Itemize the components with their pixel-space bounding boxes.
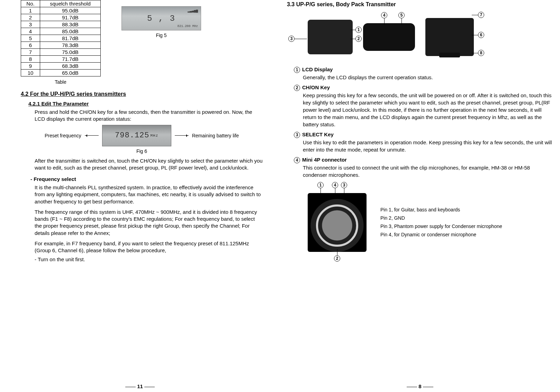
squelch-table-block: No. squelch threshold 195.0dB 291.7dB 38… <box>21 0 101 85</box>
table-row: 871.7dB <box>21 56 101 63</box>
page-number: 8 <box>280 383 560 389</box>
squelch-table: No. squelch threshold 195.0dB 291.7dB 38… <box>21 0 101 76</box>
item-num-4: 4 <box>294 157 300 163</box>
table-row: 485.0dB <box>21 28 101 35</box>
conn-label-1: 1 <box>317 182 324 188</box>
pin-3: Pin 3, Phantom power supply for Condense… <box>380 222 502 231</box>
fig6-mhz: MHz <box>151 134 159 138</box>
device-front-img <box>308 20 353 54</box>
fig6-block: Preset frequency 798.125 MHz Remaining b… <box>21 125 263 146</box>
conn-label-4: 4 <box>332 182 338 188</box>
conn-label-3: 3 <box>341 182 347 188</box>
item-title-3: SELECT Key <box>302 131 334 138</box>
fig5-lcd: 5 , 3 ▂▃▄▅▆ 821.200 MHz <box>121 6 201 30</box>
connector-image <box>308 193 367 252</box>
fig5-bars: ▂▃▄▅▆ <box>188 9 198 13</box>
table-row: 581.7dB <box>21 35 101 42</box>
item-select-key: 3 SELECT Key <box>294 131 553 138</box>
freq-select-head: - Frequency select <box>30 176 263 182</box>
item-body-2: Keep pressing this key for a few seconds… <box>303 92 553 128</box>
device-top-img <box>363 23 415 51</box>
fig6-display: 798.125 <box>115 131 149 140</box>
callout-1: 1 <box>355 27 362 33</box>
item-num-3: 3 <box>294 132 300 138</box>
device-figures: 1 2 3 4 5 7 6 8 <box>308 18 553 56</box>
callout-7: 7 <box>478 12 484 18</box>
para-freq-4: - Turn on the unit first. <box>35 256 263 263</box>
para-freq-3: For example, in F7 frequency band, if yo… <box>35 240 263 254</box>
table-row: 388.3dB <box>21 21 101 28</box>
fig6-lcd: 798.125 MHz <box>102 125 171 146</box>
page-11: No. squelch threshold 195.0dB 291.7dB 38… <box>0 0 280 392</box>
table-header-squelch: squelch threshold <box>40 0 101 7</box>
section-4-2: 4.2 For the UP-H/P/G series transmitters <box>21 91 263 97</box>
item-title-1: LCD Display <box>302 66 333 73</box>
fig6-right-label: Remaining battery life <box>192 133 239 138</box>
section-3-3: 3.3 UP-P/G series, Body Pack Transmitter <box>287 1 553 8</box>
item-num-1: 1 <box>294 67 300 73</box>
callout-6: 6 <box>478 32 484 38</box>
connector-pins: Pin 1, for Guitar, bass and keyboards Pi… <box>380 206 502 239</box>
item-lcd-display: 1 LCD Display <box>294 66 553 73</box>
page-number: 11 <box>0 383 280 389</box>
connector-block: Pin 1, for Guitar, bass and keyboards Pi… <box>308 193 553 252</box>
para-freq-1: It is the multi-channels PLL synthesized… <box>35 184 263 205</box>
table-row: 775.0dB <box>21 49 101 56</box>
table-row: 678.3dB <box>21 42 101 49</box>
item-body-1: Generally, the LCD displays the current … <box>303 74 553 81</box>
device-back-img <box>425 18 474 56</box>
item-title-4: Mini 4P connector <box>302 157 347 163</box>
fig5-freq: 821.200 MHz <box>178 25 198 28</box>
table-row: 968.3dB <box>21 63 101 70</box>
fig5-block: 5 , 3 ▂▃▄▅▆ 821.200 MHz Fig 5 <box>121 6 201 38</box>
callout-2: 2 <box>355 36 362 42</box>
para-freq-2: The frequency range of this system is UH… <box>35 209 263 237</box>
device-back: 7 6 8 <box>425 18 474 56</box>
pin-4: Pin 4, for Dynamic or condenser micropho… <box>380 231 502 239</box>
item-body-3: Use this key to edit the parameters in o… <box>303 139 553 153</box>
table-caption: Table <box>21 79 100 85</box>
item-num-2: 2 <box>294 85 300 91</box>
arrow-right-icon <box>175 135 189 136</box>
connector-bottom-label: 2 <box>308 252 553 262</box>
device-top: 4 5 <box>363 23 415 51</box>
fig6-caption: Fig 6 <box>21 148 263 154</box>
callout-3: 3 <box>288 36 295 42</box>
table-row: 1065.0dB <box>21 70 101 76</box>
table-header-no: No. <box>21 0 40 7</box>
section-4-2-1: 4.2.1 Edit The Parameter <box>28 101 263 107</box>
page-8: 3.3 UP-P/G series, Body Pack Transmitter… <box>280 0 560 392</box>
table-row: 195.0dB <box>21 7 101 14</box>
arrow-left-icon <box>85 135 99 136</box>
fig5-display: 5 , 3 <box>147 14 175 23</box>
item-body-4: This connector is used to connect the un… <box>303 164 553 179</box>
item-ch-on-key: 2 CH/ON Key <box>294 84 553 91</box>
pin-2: Pin 2, GND <box>380 214 502 222</box>
device-front: 1 2 3 <box>308 20 353 54</box>
item-mini-4p: 4 Mini 4P connector <box>294 157 553 163</box>
para-power-on: Press and hold the CH/ON key for a few s… <box>35 109 263 123</box>
item-title-2: CH/ON Key <box>302 84 330 91</box>
connector-top-labels: 1 4 3 <box>308 182 553 191</box>
para-after-on: After the transmitter is switched on, to… <box>35 157 263 172</box>
callout-5: 5 <box>398 12 405 18</box>
callout-4: 4 <box>381 12 387 18</box>
fig5-caption: Fig 5 <box>121 33 201 38</box>
callout-8: 8 <box>478 50 484 56</box>
conn-label-2: 2 <box>334 255 340 262</box>
fig6-left-label: Preset frequency <box>45 133 81 138</box>
table-row: 291.7dB <box>21 14 101 21</box>
pin-1: Pin 1, for Guitar, bass and keyboards <box>380 206 502 214</box>
